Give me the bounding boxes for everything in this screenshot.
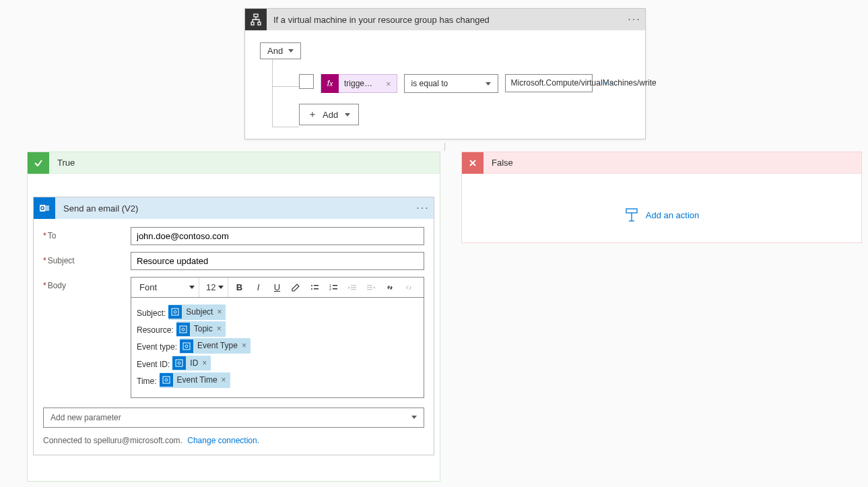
row-checkbox[interactable] [299, 74, 314, 89]
rich-text-toolbar: Font 12 B I U [131, 277, 424, 297]
svg-rect-16 [351, 289, 356, 290]
token-label: ID [190, 356, 199, 371]
subject-input[interactable] [131, 252, 424, 270]
svg-rect-7 [314, 285, 319, 286]
comparison-value-input[interactable]: Microsoft.Compute/virtualMachines/write [505, 74, 593, 92]
tree-line [272, 59, 273, 127]
body-editor[interactable]: Subject:Subject×Resource:Topic×Event typ… [131, 297, 424, 398]
token-label: Event Time [177, 372, 219, 388]
add-action-icon [624, 207, 639, 222]
svg-rect-30 [626, 209, 637, 213]
subject-label: *Subject [43, 252, 131, 265]
body-line: Resource:Topic× [137, 321, 418, 338]
token-remove[interactable]: × [199, 356, 211, 371]
svg-point-25 [185, 345, 188, 348]
svg-rect-9 [314, 288, 319, 290]
svg-rect-20 [172, 309, 178, 315]
svg-rect-4 [45, 205, 49, 211]
unlink-button[interactable] [401, 280, 417, 296]
svg-rect-0 [254, 14, 258, 17]
dynamic-token[interactable]: Subject× [168, 304, 226, 320]
svg-rect-24 [183, 343, 190, 350]
token-remove[interactable]: × [214, 321, 226, 337]
token-icon [160, 373, 173, 387]
condition-body: And fx triggerB... × is equal to Microso… [245, 30, 645, 139]
dynamic-token[interactable]: ID× [172, 356, 211, 371]
action-header[interactable]: Send an email (V2) ··· [34, 197, 434, 219]
add-parameter-select[interactable]: Add new parameter [43, 408, 424, 428]
svg-rect-14 [351, 285, 356, 286]
token-label: Event Type [197, 338, 239, 354]
row-more-menu[interactable]: ··· [599, 74, 615, 92]
group-operator-label: And [267, 46, 283, 56]
svg-rect-11 [333, 285, 337, 286]
svg-rect-26 [176, 360, 182, 366]
highlight-button[interactable] [288, 280, 304, 296]
token-remove[interactable]: × [219, 372, 230, 388]
change-connection-link[interactable]: Change connection. [187, 436, 259, 445]
expression-chip-remove[interactable]: × [380, 79, 397, 89]
send-email-action-card: Send an email (V2) ··· *To *Subject *Bod… [33, 197, 434, 455]
condition-icon [245, 9, 267, 30]
number-list-button[interactable]: 12 [325, 280, 341, 296]
svg-point-27 [178, 362, 180, 364]
font-size-select[interactable]: 12 [202, 278, 228, 297]
action-more-menu[interactable]: ··· [412, 197, 434, 219]
dynamic-token[interactable]: Event Time× [160, 372, 230, 388]
true-title: True [49, 158, 75, 168]
comparison-operator-select[interactable]: is equal to [404, 74, 498, 93]
dynamic-token[interactable]: Topic× [176, 321, 226, 337]
font-select[interactable]: Font [135, 278, 199, 297]
link-button[interactable] [382, 280, 398, 296]
caret-down-icon [189, 286, 195, 289]
check-icon [28, 152, 49, 174]
to-label: *To [43, 227, 131, 240]
svg-rect-22 [180, 326, 187, 333]
condition-header[interactable]: If a virtual machine in your resource gr… [245, 9, 645, 30]
outdent-button[interactable] [344, 280, 360, 296]
svg-point-23 [182, 328, 185, 331]
condition-card: If a virtual machine in your resource gr… [244, 8, 646, 139]
body-line-prefix: Resource: [137, 326, 174, 335]
dynamic-token[interactable]: Event Type× [180, 338, 251, 354]
svg-point-29 [165, 379, 168, 381]
token-remove[interactable]: × [214, 304, 226, 320]
condition-more-menu[interactable]: ··· [624, 9, 645, 30]
token-remove[interactable]: × [239, 338, 251, 354]
token-label: Topic [194, 321, 214, 337]
bold-button[interactable]: B [231, 280, 247, 296]
false-branch-card: False Add an action [461, 152, 862, 243]
add-condition-button[interactable]: ＋ Add [299, 104, 359, 125]
expression-chip[interactable]: fx triggerB... × [321, 74, 397, 93]
body-line-prefix: Time: [137, 377, 157, 386]
fx-icon: fx [321, 74, 339, 93]
token-label: Subject [186, 304, 214, 320]
false-title: False [483, 158, 513, 168]
svg-rect-28 [163, 377, 170, 383]
body-label: *Body [43, 277, 131, 290]
false-header[interactable]: False [462, 152, 861, 174]
bullet-list-button[interactable] [306, 280, 323, 296]
to-input[interactable] [131, 227, 424, 245]
body-line-prefix: Subject: [137, 309, 166, 318]
condition-row: fx triggerB... × is equal to Microsoft.C… [299, 74, 630, 93]
svg-rect-1 [251, 22, 254, 25]
add-parameter-placeholder: Add new parameter [51, 413, 121, 422]
body-line: Event type:Event Type× [137, 338, 418, 355]
token-icon [168, 305, 182, 319]
group-operator-select[interactable]: And [260, 42, 301, 59]
italic-button[interactable]: I [250, 280, 266, 296]
body-line: Subject:Subject× [137, 304, 418, 321]
svg-rect-18 [367, 287, 372, 288]
body-line: Time:Event Time× [137, 372, 418, 389]
svg-point-21 [174, 311, 176, 313]
add-action-button[interactable]: Add an action [624, 207, 700, 222]
plus-icon: ＋ [308, 108, 317, 121]
indent-button[interactable] [363, 280, 379, 296]
underline-button[interactable]: U [269, 280, 285, 296]
true-header[interactable]: True [28, 152, 440, 174]
branch-connector-line [444, 143, 445, 151]
token-icon [172, 356, 186, 370]
chevron-down-icon [486, 82, 491, 86]
svg-rect-17 [367, 285, 372, 286]
